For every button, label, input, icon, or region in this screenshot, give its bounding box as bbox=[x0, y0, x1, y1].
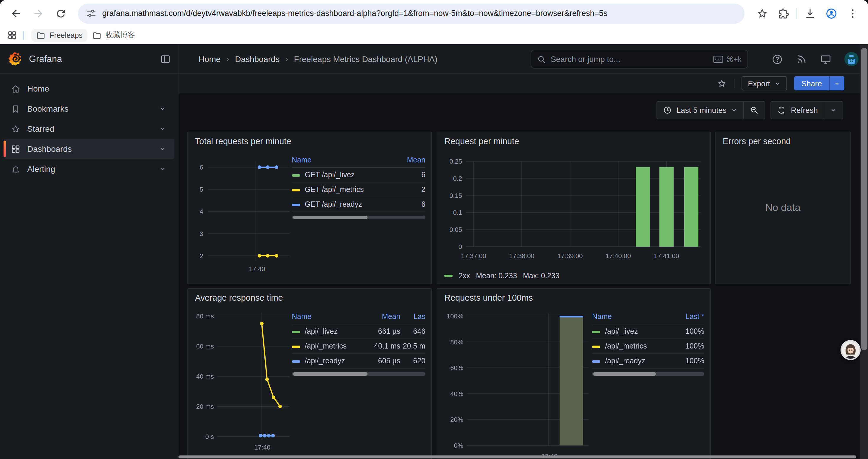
legend-col-value[interactable]: Last * bbox=[670, 311, 704, 324]
legend-row[interactable]: GET /api/_metrics2 bbox=[292, 182, 426, 197]
legend-scrollbar[interactable] bbox=[292, 216, 426, 219]
monitor-icon[interactable] bbox=[820, 54, 831, 65]
series-name[interactable]: /api/_readyz bbox=[292, 354, 362, 368]
sidebar-item-alerting[interactable]: Alerting bbox=[4, 159, 174, 179]
menu-kebab-icon[interactable] bbox=[847, 7, 859, 19]
legend-row[interactable]: /api/_livez100% bbox=[592, 324, 704, 339]
chevron-down-icon bbox=[159, 165, 166, 172]
extensions-icon[interactable] bbox=[778, 7, 789, 19]
legend-scrollbar[interactable] bbox=[292, 372, 426, 376]
search-input[interactable]: Search or jump to... ⌘+k bbox=[531, 50, 748, 68]
legend-col-value[interactable]: Mean bbox=[362, 311, 400, 324]
bookmark-folder-blogs[interactable]: 收藏博客 bbox=[87, 28, 140, 42]
refresh-interval-chevron[interactable] bbox=[824, 102, 843, 119]
reload-icon[interactable] bbox=[55, 7, 67, 19]
series-name[interactable]: GET /api/_readyz bbox=[292, 197, 396, 212]
series-name[interactable]: /api/_readyz bbox=[592, 354, 670, 368]
assistant-avatar[interactable] bbox=[840, 340, 861, 360]
favorite-star-icon[interactable] bbox=[716, 78, 726, 88]
series-value: 6 bbox=[396, 197, 426, 212]
legend-row[interactable]: /api/_livez661 µs646 bbox=[292, 324, 426, 339]
horizontal-scrollbar[interactable] bbox=[179, 455, 856, 458]
help-icon[interactable] bbox=[772, 54, 783, 65]
series-value: 661 µs bbox=[362, 324, 400, 339]
legend-table: NameMeanGET /api/_livez6GET /api/_metric… bbox=[292, 154, 426, 278]
timeseries-chart[interactable]: 80 ms60 ms40 ms20 ms0 s17:40 bbox=[194, 304, 292, 459]
legend-row[interactable]: GET /api/_livez6 bbox=[292, 167, 426, 182]
dock-sidebar-icon[interactable] bbox=[160, 54, 171, 64]
zoom-out-button[interactable] bbox=[744, 102, 765, 119]
svg-text:80%: 80% bbox=[450, 338, 463, 346]
back-icon[interactable] bbox=[10, 7, 22, 19]
svg-text:0 s: 0 s bbox=[205, 433, 214, 440]
svg-text:80 ms: 80 ms bbox=[196, 313, 214, 320]
vertical-scrollbar-thumb[interactable] bbox=[861, 48, 867, 350]
series-value: 620 bbox=[400, 354, 426, 368]
legend-col-name[interactable]: Name bbox=[292, 154, 396, 167]
sidebar-item-bookmarks[interactable]: Bookmarks bbox=[4, 99, 174, 119]
legend-col-value[interactable]: Mean bbox=[396, 154, 426, 167]
breadcrumb-dashboards[interactable]: Dashboards bbox=[235, 54, 279, 64]
legend-row[interactable]: 2xx Mean: 0.233 Max: 0.233 bbox=[444, 272, 560, 280]
legend-row[interactable]: GET /api/_readyz6 bbox=[292, 197, 426, 212]
panel-body: 80 ms60 ms40 ms20 ms0 s17:40 NameMeanLas… bbox=[194, 304, 426, 459]
export-button[interactable]: Export bbox=[741, 76, 787, 90]
bar-chart[interactable]: 0.250.20.150.10.05017:37:0017:38:0017:39… bbox=[443, 147, 703, 265]
legend-row[interactable]: /api/_readyz100% bbox=[592, 354, 704, 368]
svg-text:60 ms: 60 ms bbox=[196, 342, 214, 350]
legend-col-value[interactable]: Las bbox=[400, 311, 426, 324]
legend-row[interactable]: /api/_metrics40.1 ms20.5 m bbox=[292, 339, 426, 354]
sidebar-item-home[interactable]: Home bbox=[4, 78, 174, 99]
breadcrumb-current: Freeleaps Metrics Dashboard (ALPHA) bbox=[294, 54, 438, 64]
user-avatar[interactable] bbox=[844, 52, 859, 66]
svg-text:5: 5 bbox=[200, 186, 203, 193]
apps-grid-icon[interactable] bbox=[7, 30, 17, 40]
sidebar-item-dashboards[interactable]: Dashboards bbox=[4, 139, 174, 159]
share-button[interactable]: Share bbox=[795, 76, 844, 90]
url-text[interactable]: grafana.mathmast.com/d/deytv4rwavabkb/fr… bbox=[102, 9, 736, 18]
no-data-message: No data bbox=[716, 132, 850, 284]
series-name[interactable]: 2xx bbox=[459, 272, 470, 280]
download-icon[interactable] bbox=[804, 7, 816, 19]
legend-row[interactable]: /api/_metrics100% bbox=[592, 339, 704, 354]
news-rss-icon[interactable] bbox=[796, 54, 807, 65]
timeseries-chart[interactable]: 6543217:40 bbox=[194, 147, 292, 278]
chevron-down-icon bbox=[774, 80, 781, 87]
svg-text:20 ms: 20 ms bbox=[196, 403, 214, 410]
panel-title[interactable]: Request per minute bbox=[444, 136, 704, 146]
profile-icon[interactable] bbox=[826, 7, 837, 19]
sidebar-item-starred[interactable]: Starred bbox=[4, 119, 174, 139]
svg-text:0%: 0% bbox=[454, 442, 463, 449]
series-name[interactable]: GET /api/_metrics bbox=[292, 182, 396, 197]
legend-row[interactable]: /api/_readyz605 µs620 bbox=[292, 354, 426, 368]
refresh-button[interactable]: Refresh bbox=[771, 102, 824, 119]
share-menu-chevron[interactable] bbox=[829, 76, 844, 90]
panel-title[interactable]: Total requests per minute bbox=[195, 136, 426, 146]
series-value: 6 bbox=[396, 167, 426, 182]
series-value: 100% bbox=[670, 339, 704, 354]
breadcrumb-home[interactable]: Home bbox=[198, 54, 221, 64]
series-name[interactable]: GET /api/_livez bbox=[292, 167, 396, 182]
panel-title[interactable]: Requests under 100ms bbox=[444, 293, 704, 302]
series-name[interactable]: /api/_livez bbox=[292, 324, 362, 339]
panel-title[interactable]: Average response time bbox=[195, 293, 426, 302]
area-chart[interactable]: 100%80%60%40%20%0%17:40 bbox=[443, 304, 591, 459]
forward-icon[interactable] bbox=[32, 7, 44, 19]
series-value: 605 µs bbox=[362, 354, 400, 368]
series-name[interactable]: /api/_metrics bbox=[292, 339, 362, 354]
bookmark-star-icon[interactable] bbox=[756, 7, 768, 19]
grafana-logo[interactable] bbox=[7, 51, 23, 67]
vertical-scrollbar-track[interactable] bbox=[860, 44, 868, 459]
url-bar[interactable]: grafana.mathmast.com/d/deytv4rwavabkb/fr… bbox=[78, 3, 745, 23]
series-name[interactable]: /api/_livez bbox=[592, 324, 670, 339]
site-settings-icon[interactable] bbox=[86, 8, 96, 18]
series-name[interactable]: /api/_metrics bbox=[592, 339, 670, 354]
bookmark-folder-freeleaps[interactable]: Freeleaps bbox=[31, 29, 87, 42]
share-label[interactable]: Share bbox=[795, 76, 829, 90]
time-range-picker[interactable]: Last 5 minutes bbox=[657, 102, 744, 119]
svg-text:40%: 40% bbox=[450, 390, 463, 398]
legend-col-name[interactable]: Name bbox=[592, 311, 670, 324]
legend-col-name[interactable]: Name bbox=[292, 311, 362, 324]
svg-text:17:40: 17:40 bbox=[254, 444, 270, 451]
legend-scrollbar[interactable] bbox=[592, 372, 704, 376]
